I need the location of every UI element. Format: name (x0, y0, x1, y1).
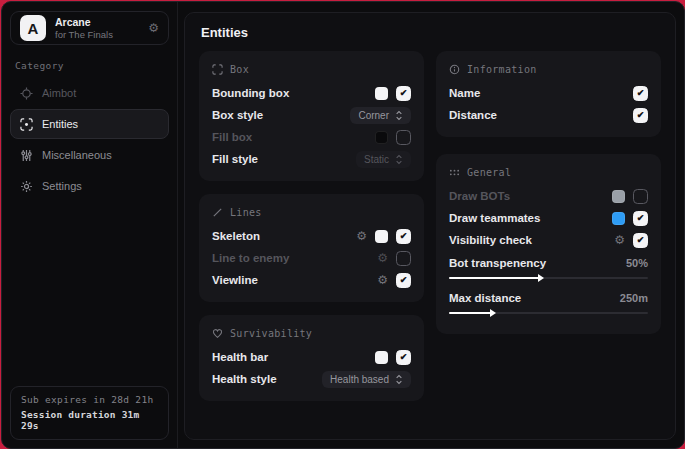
health-bar-checkbox[interactable] (396, 350, 411, 365)
gear-icon[interactable]: ⚙ (377, 274, 388, 286)
color-swatch[interactable] (612, 190, 625, 203)
color-swatch[interactable] (375, 131, 388, 144)
row-fill-box: Fill box (212, 126, 411, 148)
info-icon (449, 64, 460, 75)
box-corners-icon (212, 64, 223, 75)
row-fill-style: Fill style Static (212, 148, 411, 170)
color-swatch[interactable] (375, 351, 388, 364)
sidebar-item-label: Aimbot (42, 87, 76, 99)
app-title: Arcane (55, 16, 113, 29)
card-information: Information Name Distance (436, 51, 661, 137)
row-box-style: Box style Corner (212, 104, 411, 126)
sidebar-item-label: Miscellaneous (42, 149, 112, 161)
bounding-box-checkbox[interactable] (396, 86, 411, 101)
right-column: Information Name Distance (436, 51, 661, 334)
distance-checkbox[interactable] (633, 108, 648, 123)
row-health-style: Health style Health based (212, 368, 411, 390)
fill-box-checkbox[interactable] (396, 130, 411, 145)
color-swatch[interactable] (612, 212, 625, 225)
page-title: Entities (201, 25, 659, 40)
name-checkbox[interactable] (633, 86, 648, 101)
color-swatch[interactable] (375, 230, 388, 243)
sliders-icon (20, 149, 33, 162)
chevron-up-down-icon (395, 374, 403, 385)
skeleton-checkbox[interactable] (396, 229, 411, 244)
sidebar-item-settings[interactable]: Settings (10, 171, 169, 201)
gear-icon[interactable]: ⚙ (356, 230, 367, 242)
bot-transpenency-value: 50% (626, 257, 648, 269)
main-panel: Entities Box Bounding box (184, 12, 676, 440)
row-name: Name (449, 82, 648, 104)
row-bot-transpenency: Bot transpenency 50% (449, 253, 648, 273)
slider-fill (449, 312, 491, 314)
app-window: A Arcane for The Finals ⚙ Category Aimbo… (1, 1, 685, 449)
row-viewline: Viewline ⚙ (212, 269, 411, 291)
card-title: Information (467, 64, 537, 75)
card-lines: Lines Skeleton ⚙ Line to enemy ⚙ (199, 194, 424, 302)
health-style-dropdown[interactable]: Health based (322, 371, 411, 388)
sidebar-item-aimbot[interactable]: Aimbot (10, 78, 169, 108)
session-duration-text: Session duration 31m 29s (21, 409, 158, 431)
gear-icon (20, 180, 33, 193)
row-max-distance: Max distance 250m (449, 288, 648, 308)
card-title: General (467, 167, 511, 178)
heart-icon (212, 328, 223, 339)
max-distance-slider[interactable] (449, 312, 648, 314)
viewline-checkbox[interactable] (396, 273, 411, 288)
sidebar-item-label: Settings (42, 180, 82, 192)
row-health-bar: Health bar (212, 346, 411, 368)
gear-icon[interactable]: ⚙ (614, 234, 625, 246)
card-general: General Draw BOTs Draw teammates (436, 154, 661, 334)
row-distance: Distance (449, 104, 648, 126)
max-distance-value: 250m (620, 292, 648, 304)
app-logo: A (20, 15, 46, 41)
card-survivability: Survivability Health bar Health style He… (199, 315, 424, 401)
line-to-enemy-checkbox[interactable] (396, 251, 411, 266)
row-visibility-check: Visibility check ⚙ (449, 229, 648, 251)
draw-teammates-checkbox[interactable] (633, 211, 648, 226)
row-bounding-box: Bounding box (212, 82, 411, 104)
visibility-check-checkbox[interactable] (633, 233, 648, 248)
color-swatch[interactable] (375, 87, 388, 100)
logo-card: A Arcane for The Finals ⚙ (10, 11, 169, 45)
card-title: Survivability (230, 328, 312, 339)
row-draw-teammates: Draw teammates (449, 207, 648, 229)
card-title: Box (230, 64, 249, 75)
chevron-up-down-icon (395, 110, 403, 121)
crosshair-icon (20, 87, 33, 100)
box-style-dropdown[interactable]: Corner (350, 107, 411, 124)
scan-icon (20, 118, 33, 131)
sidebar-item-entities[interactable]: Entities (10, 109, 169, 139)
sidebar-item-miscellaneous[interactable]: Miscellaneous (10, 140, 169, 170)
gear-icon[interactable]: ⚙ (148, 22, 159, 34)
draw-bots-checkbox[interactable] (633, 189, 648, 204)
dots-grid-icon (449, 167, 460, 178)
sub-expiry-text: Sub expires in 28d 21h (21, 394, 158, 405)
row-skeleton: Skeleton ⚙ (212, 225, 411, 247)
row-line-to-enemy: Line to enemy ⚙ (212, 247, 411, 269)
fill-style-dropdown[interactable]: Static (356, 151, 411, 168)
left-column: Box Bounding box Box style Corner (199, 51, 424, 401)
slider-fill (449, 277, 539, 279)
row-draw-bots: Draw BOTs (449, 185, 648, 207)
chevron-up-down-icon (395, 154, 403, 165)
bot-transpenency-slider[interactable] (449, 277, 648, 279)
diagonal-line-icon (212, 207, 223, 218)
card-box: Box Bounding box Box style Corner (199, 51, 424, 181)
gear-icon[interactable]: ⚙ (377, 252, 388, 264)
app-subtitle: for The Finals (55, 29, 113, 41)
category-label: Category (15, 60, 164, 71)
sidebar: A Arcane for The Finals ⚙ Category Aimbo… (2, 2, 178, 448)
session-info-box: Sub expires in 28d 21h Session duration … (10, 386, 169, 440)
sidebar-nav: Aimbot Entities Miscella (2, 78, 177, 201)
card-title: Lines (230, 207, 262, 218)
sidebar-item-label: Entities (42, 118, 78, 130)
